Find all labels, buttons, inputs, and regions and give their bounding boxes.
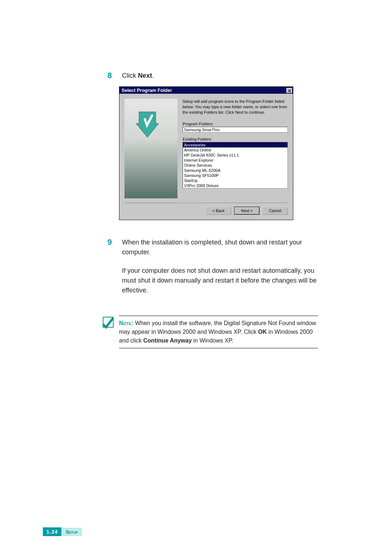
list-item[interactable]: America Online xyxy=(183,147,287,153)
note-block: Note: When you install the software, the… xyxy=(102,316,318,348)
step-number: 9 xyxy=(107,238,115,304)
arrow-down-icon xyxy=(135,109,160,142)
note-label: Note: xyxy=(119,320,134,326)
existing-folders-label: Existing Folders: xyxy=(183,137,288,141)
list-item[interactable]: Online Services xyxy=(183,163,287,168)
list-item[interactable]: HP DeskJet 830C Series v11.1 xyxy=(183,153,287,158)
step-8: 8 Click Next. xyxy=(107,71,318,81)
list-item[interactable]: V3Pro 2000 Deluxe xyxy=(183,183,287,188)
dialog-titlebar: Select Program Folder ✕ xyxy=(119,87,293,94)
page-section: Setup xyxy=(61,528,82,536)
step-text: Click Next. xyxy=(122,71,154,81)
list-item[interactable]: Samsung SF5100P xyxy=(183,173,287,178)
step-text: When the installation is completed, shut… xyxy=(122,238,318,304)
note-text: Note: When you install the software, the… xyxy=(119,316,318,348)
step-number: 8 xyxy=(107,71,115,81)
close-icon[interactable]: ✕ xyxy=(286,88,292,93)
wizard-sidebar-image xyxy=(124,99,177,198)
program-folder-input[interactable] xyxy=(183,127,288,133)
note-b2: Continue Anyway xyxy=(143,337,192,344)
step-prefix: Click xyxy=(122,72,138,79)
note-part3: in Windows XP. xyxy=(192,337,233,344)
note-b1: OK xyxy=(258,329,267,335)
list-item[interactable]: Internet Explorer xyxy=(183,158,287,163)
note-icon xyxy=(101,315,115,329)
select-program-folder-dialog: Select Program Folder ✕ Setup will add p… xyxy=(119,86,293,220)
cancel-button[interactable]: Cancel xyxy=(262,207,288,215)
step-9: 9 When the installation is completed, sh… xyxy=(107,238,318,304)
list-item[interactable]: StartUp xyxy=(183,178,287,183)
step-bold: Next xyxy=(138,72,152,79)
dialog-title: Select Program Folder xyxy=(122,88,172,93)
step9-p1: When the installation is completed, shut… xyxy=(122,238,318,257)
step-suffix: . xyxy=(152,72,154,79)
list-item[interactable]: Accessories xyxy=(183,142,287,147)
existing-folders-listbox[interactable]: Accessories America Online HP DeskJet 83… xyxy=(183,142,288,189)
page-footer: 1.24 Setup xyxy=(43,527,82,536)
dialog-description: Setup will add program icons to the Prog… xyxy=(183,99,288,115)
step9-p2: If your computer does not shut down and … xyxy=(122,266,318,295)
back-button[interactable]: < Back xyxy=(206,207,231,215)
program-folders-label: Program Folders: xyxy=(183,122,288,126)
page-number: 1.24 xyxy=(43,527,61,536)
list-item[interactable]: Samsung ML-5200A xyxy=(183,168,287,173)
next-button[interactable]: Next > xyxy=(234,207,260,215)
